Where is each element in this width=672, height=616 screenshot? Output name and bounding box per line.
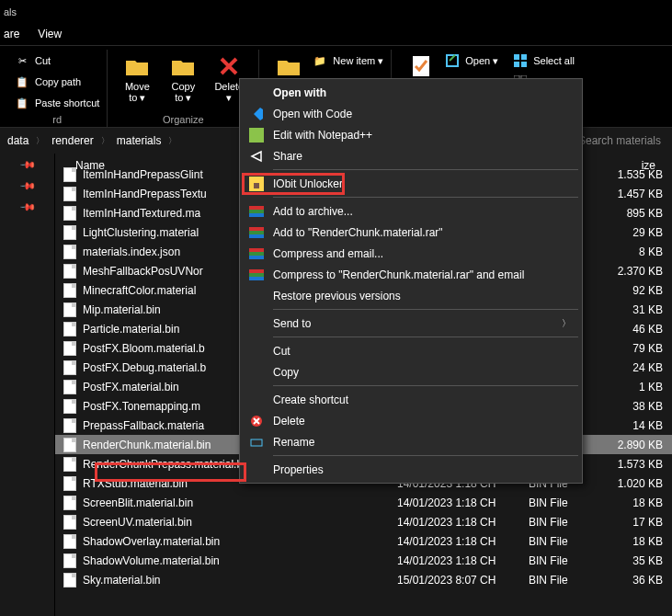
new-item-button[interactable]: 📁New item ▾ xyxy=(313,51,383,70)
notepadpp-icon xyxy=(247,126,266,144)
ctx-add-archive[interactable]: Add to archive... xyxy=(242,200,580,222)
ctx-restore-previous[interactable]: Restore previous versions xyxy=(242,285,580,306)
file-size: 18 KB xyxy=(632,535,663,548)
ctx-open-with-code[interactable]: Open with Code xyxy=(242,103,580,124)
file-size: 35 KB xyxy=(632,554,663,567)
ctx-edit-notepad[interactable]: Edit with Notepad++ xyxy=(242,124,580,145)
table-row[interactable]: ScreenBlit.material.bin 14/01/2023 1:18 … xyxy=(55,493,672,512)
ctx-create-shortcut[interactable]: Create shortcut xyxy=(242,389,580,410)
svg-rect-19 xyxy=(249,231,264,234)
winrar-icon xyxy=(247,223,266,242)
ctx-compress-email[interactable]: Compress and email... xyxy=(242,243,580,264)
table-row[interactable]: ShadowOverlay.material.bin 14/01/2023 1:… xyxy=(55,531,672,551)
nav-pane[interactable]: 📌 📌 📌 xyxy=(0,154,55,616)
ctx-compress-to-email[interactable]: Compress to "RenderChunk.material.rar" a… xyxy=(242,264,580,285)
paste-icon: 📋 xyxy=(15,96,29,110)
table-row[interactable]: ShadowVolume.material.bin 14/01/2023 1:1… xyxy=(55,551,672,570)
table-row[interactable]: ScreenUV.material.bin 14/01/2023 1:18 CH… xyxy=(55,512,672,531)
svg-rect-18 xyxy=(249,227,264,231)
file-size: 38 KB xyxy=(632,400,663,413)
crumb-renderer[interactable]: renderer xyxy=(51,134,93,147)
ctx-open-with[interactable]: Open with xyxy=(242,82,580,103)
search-input[interactable]: Search materials xyxy=(578,134,665,147)
ctx-share[interactable]: Share xyxy=(242,145,580,166)
svg-rect-12 xyxy=(254,183,259,188)
winrar-icon xyxy=(247,202,266,221)
file-date: 14/01/2023 1:18 CH xyxy=(397,554,495,567)
file-type: BIN File xyxy=(529,516,568,529)
file-icon xyxy=(63,187,77,201)
crumb-materials[interactable]: materials xyxy=(117,134,162,147)
svg-rect-26 xyxy=(249,269,264,273)
copy-to-button[interactable]: Copy to ▾ xyxy=(161,50,205,114)
svg-rect-15 xyxy=(249,210,264,213)
ctx-send-to[interactable]: Send to〉 xyxy=(242,313,580,334)
file-size: 1.457 KB xyxy=(618,188,663,200)
select-all-button[interactable]: Select all xyxy=(513,51,579,70)
move-to-button[interactable]: Move to ▾ xyxy=(115,50,159,114)
file-icon xyxy=(63,418,77,433)
file-size: 1.535 KB xyxy=(618,168,663,181)
crumb-data[interactable]: data xyxy=(7,134,28,147)
file-type: BIN File xyxy=(529,554,568,567)
svg-rect-14 xyxy=(249,206,264,210)
pin-icon: 📌 xyxy=(18,156,36,174)
file-icon xyxy=(63,360,77,375)
open-button[interactable]: Open ▾ xyxy=(445,51,498,70)
ctx-add-rar[interactable]: Add to "RenderChunk.material.rar" xyxy=(242,222,580,243)
file-icon xyxy=(63,515,77,530)
menu-view[interactable]: View xyxy=(38,28,62,40)
svg-rect-5 xyxy=(521,62,527,67)
ctx-delete[interactable]: Delete xyxy=(242,410,580,431)
file-size: 1.020 KB xyxy=(618,477,663,490)
paste-shortcut-button[interactable]: 📋Paste shortcut xyxy=(15,94,99,112)
chevron-right-icon: 〉 xyxy=(36,135,44,147)
svg-rect-24 xyxy=(249,256,264,259)
file-icon xyxy=(63,302,77,317)
file-type: BIN File xyxy=(529,535,568,548)
file-size: 79 KB xyxy=(632,342,663,355)
check-doc-icon xyxy=(406,51,436,81)
file-icon xyxy=(63,225,77,240)
ctx-copy[interactable]: Copy xyxy=(242,361,580,382)
file-name: ShadowOverlay.material.bin xyxy=(83,535,672,548)
svg-rect-2 xyxy=(514,54,519,60)
chevron-right-icon: 〉 xyxy=(562,317,571,330)
winrar-icon xyxy=(247,245,266,263)
pin-icon: 📌 xyxy=(18,177,36,195)
iobit-icon xyxy=(247,175,266,193)
file-size: 1.573 KB xyxy=(618,458,663,471)
file-name: ShadowVolume.material.bin xyxy=(83,554,672,567)
file-icon xyxy=(63,322,77,337)
ctx-iobit-unlocker[interactable]: IObit Unlocker xyxy=(242,173,580,194)
ctx-properties[interactable]: Properties xyxy=(242,459,580,480)
ctx-rename[interactable]: Rename xyxy=(242,431,580,452)
file-name: ScreenBlit.material.bin xyxy=(83,496,672,509)
file-size: 895 KB xyxy=(627,207,663,220)
sparkle-folder-icon: 📁 xyxy=(313,53,327,68)
svg-rect-10 xyxy=(249,128,264,143)
file-size: 31 KB xyxy=(632,303,663,316)
ctx-cut[interactable]: Cut xyxy=(242,340,580,361)
file-icon xyxy=(63,264,77,279)
svg-rect-16 xyxy=(249,213,264,217)
copy-path-icon: 📋 xyxy=(15,74,29,89)
file-size: 24 KB xyxy=(632,361,663,374)
svg-rect-22 xyxy=(249,248,264,252)
title-bar: als xyxy=(0,0,672,23)
select-all-icon xyxy=(513,53,528,68)
table-row[interactable]: Sky.material.bin 15/01/2023 8:07 CH BIN … xyxy=(55,570,672,589)
file-name: Sky.material.bin xyxy=(83,574,672,587)
copy-path-button[interactable]: 📋Copy path xyxy=(15,73,99,91)
menu-share[interactable]: are xyxy=(4,28,19,40)
file-icon xyxy=(63,553,77,568)
open-icon xyxy=(445,53,460,68)
file-icon xyxy=(63,341,77,356)
file-size: 36 KB xyxy=(632,574,663,587)
svg-rect-30 xyxy=(251,439,262,446)
file-size: 46 KB xyxy=(632,323,663,336)
cut-button[interactable]: ✂Cut xyxy=(15,51,99,70)
file-size: 92 KB xyxy=(632,284,663,297)
rename-icon xyxy=(247,433,266,451)
file-icon xyxy=(63,457,77,472)
